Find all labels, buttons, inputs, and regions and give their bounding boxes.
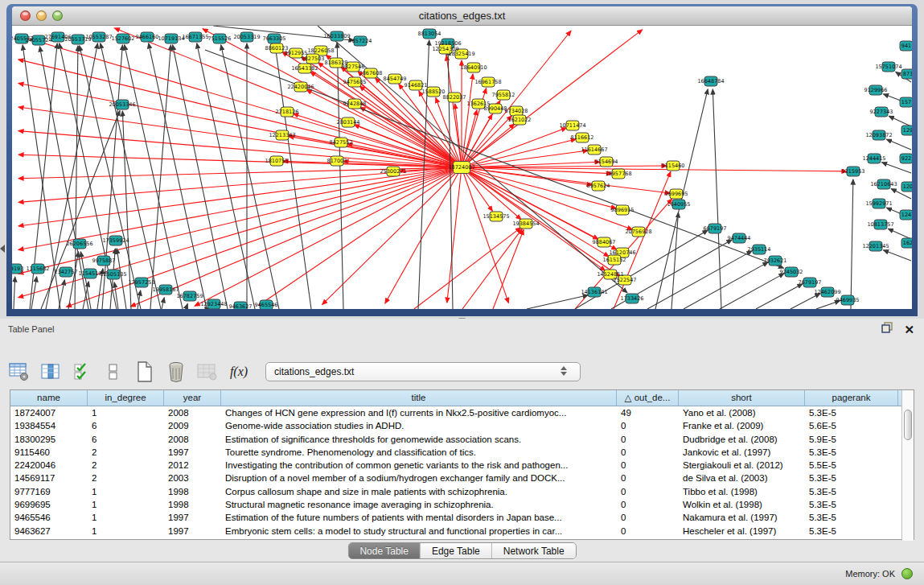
graph-edge[interactable] — [882, 163, 911, 173]
table-cell[interactable]: 2009 — [164, 419, 221, 432]
table-cell[interactable]: 2008 — [164, 433, 221, 446]
table-row[interactable]: 1938455462009Genome-wide association stu… — [10, 419, 914, 432]
table-select-dropdown[interactable]: citations_edges.txt — [265, 362, 581, 381]
column-header-out_de[interactable]: △ out_de... — [617, 390, 679, 406]
graph-edge[interactable] — [684, 262, 768, 309]
graph-edge[interactable] — [18, 107, 462, 167]
table-cell[interactable]: 1998 — [164, 498, 221, 511]
table-cell[interactable]: 2012 — [164, 459, 221, 472]
tab-network-table[interactable]: Network Table — [492, 543, 576, 558]
table-cell[interactable]: 9115460 — [10, 446, 88, 459]
graph-edge[interactable] — [14, 277, 15, 309]
table-cell[interactable]: 5.3E-5 — [805, 511, 898, 524]
table-cell[interactable]: 14569117 — [10, 472, 88, 484]
close-panel-icon[interactable]: ✕ — [904, 323, 914, 336]
graph-edge[interactable] — [18, 167, 462, 250]
table-cell[interactable]: Tourette syndrome. Phenomenology and cla… — [221, 446, 617, 459]
table-cell[interactable]: Jankovic et al. (1997) — [679, 446, 805, 459]
table-row[interactable]: 2242004622012Investigating the contribut… — [10, 459, 914, 472]
table-cell[interactable]: 5.5E-5 — [805, 459, 898, 472]
table-cell[interactable]: Dudbridge et al. (2008) — [679, 433, 805, 446]
table-row[interactable]: 977716911998Corpus callosum shape and si… — [10, 485, 914, 498]
table-cell[interactable]: 6 — [88, 433, 164, 446]
table-cell[interactable]: 1997 — [164, 511, 221, 524]
table-cell[interactable]: 22420046 — [10, 459, 88, 472]
table-cell[interactable]: Estimation of significance thresholds fo… — [221, 433, 617, 446]
float-panel-icon[interactable] — [881, 322, 893, 336]
graph-edge[interactable] — [462, 167, 617, 249]
table-cell[interactable]: 5.3E-5 — [805, 525, 898, 538]
table-cell[interactable]: Franke et al. (2009) — [679, 419, 805, 432]
table-cell[interactable]: Estimation of the future numbers of pati… — [221, 511, 617, 524]
table-cell[interactable]: Investigating the contribution of common… — [221, 459, 617, 472]
table-cell[interactable]: Tibbo et al. (1998) — [679, 485, 805, 498]
graph-edge[interactable] — [18, 35, 462, 167]
graph-edge[interactable] — [259, 167, 462, 306]
graph-edge[interactable] — [414, 228, 521, 309]
graph-edge[interactable] — [462, 167, 609, 257]
tab-node-table[interactable]: Node Table — [348, 543, 421, 558]
table-cell[interactable]: 1 — [88, 498, 164, 511]
graph-edge[interactable] — [655, 89, 708, 309]
table-cell[interactable]: 1 — [88, 406, 164, 419]
table-cell[interactable]: 1997 — [164, 525, 221, 538]
table-cell[interactable]: 0 — [617, 433, 679, 446]
table-cell[interactable]: 2008 — [164, 406, 221, 419]
table-cell[interactable]: 0 — [617, 459, 679, 472]
left-panel-collapse-handle[interactable] — [0, 245, 5, 253]
table-cell[interactable]: 6 — [88, 419, 164, 432]
table-cell[interactable]: 2003 — [164, 472, 221, 484]
column-header-title[interactable]: title — [221, 390, 617, 406]
table-cell[interactable]: 5.3E-5 — [805, 406, 898, 419]
table-cell[interactable]: 0 — [617, 498, 679, 511]
column-header-in_degree[interactable]: in_degree — [88, 390, 164, 406]
table-cell[interactable]: 2 — [88, 446, 164, 459]
new-table-icon[interactable] — [133, 360, 156, 384]
table-cell[interactable]: 5.9E-5 — [805, 433, 898, 446]
graph-edge[interactable] — [462, 229, 522, 309]
table-cell[interactable]: 5.6E-5 — [805, 419, 898, 432]
table-cell[interactable]: Disruption of a novel member of a sodium… — [221, 472, 617, 484]
table-cell[interactable]: 1998 — [164, 485, 221, 498]
table-cell[interactable]: 5.3E-5 — [805, 498, 898, 511]
table-cell[interactable]: 19384554 — [10, 419, 88, 432]
table-cell[interactable]: 0 — [617, 525, 679, 538]
table-row[interactable]: 1872400712008Changes of HCN gene express… — [10, 406, 914, 419]
table-cell[interactable]: 49 — [617, 406, 679, 419]
table-cell[interactable]: Embryonic stem cells: a model to study s… — [221, 525, 617, 538]
table-cell[interactable]: Hescheler et al. (1997) — [679, 525, 805, 538]
scrollbar-thumb[interactable] — [904, 410, 912, 440]
graph-edge[interactable] — [197, 43, 255, 309]
table-cell[interactable]: Structural magnetic resonance image aver… — [221, 498, 617, 511]
table-cell[interactable]: 5.3E-5 — [805, 485, 898, 498]
memory-ok-icon[interactable] — [901, 568, 913, 579]
graph-edge[interactable] — [462, 74, 473, 167]
table-cell[interactable]: 0 — [617, 446, 679, 459]
graph-edge[interactable] — [883, 250, 911, 261]
table-cell[interactable]: Nakamura et al. (1997) — [679, 511, 805, 524]
column-header-year[interactable]: year — [164, 390, 221, 406]
table-cell[interactable]: 18724007 — [10, 406, 88, 419]
table-cell[interactable]: 2 — [88, 472, 164, 484]
column-header-short[interactable]: short — [679, 390, 805, 406]
table-cell[interactable]: 1 — [88, 485, 164, 498]
table-cell[interactable]: 9777169 — [10, 485, 88, 498]
table-row[interactable]: 969969511998Structural magnetic resonanc… — [10, 498, 914, 511]
table-cell[interactable]: de Silva et al. (2003) — [679, 472, 805, 484]
graph-edge[interactable] — [221, 45, 279, 309]
table-cell[interactable]: Yano et al. (2008) — [679, 406, 805, 419]
table-cell[interactable]: 9699695 — [10, 498, 88, 511]
graph-edge[interactable] — [791, 294, 820, 309]
table-cell[interactable]: Wolkin et al. (1998) — [679, 498, 805, 511]
column-header-pagerank[interactable]: pagerank — [805, 390, 898, 406]
table-settings-icon[interactable] — [8, 360, 31, 384]
table-cell[interactable]: 5.3E-5 — [805, 472, 898, 484]
row-height-icon[interactable] — [102, 360, 125, 384]
graph-edge[interactable] — [720, 274, 784, 309]
graph-edge[interactable] — [851, 179, 853, 309]
graph-edge[interactable] — [186, 304, 187, 309]
network-canvas[interactable]: 2405572240557242769140620553719105532871… — [12, 26, 912, 309]
table-cell[interactable]: 1 — [88, 525, 164, 538]
graph-edge[interactable] — [162, 298, 164, 309]
table-cell[interactable]: 5.3E-5 — [805, 446, 898, 459]
